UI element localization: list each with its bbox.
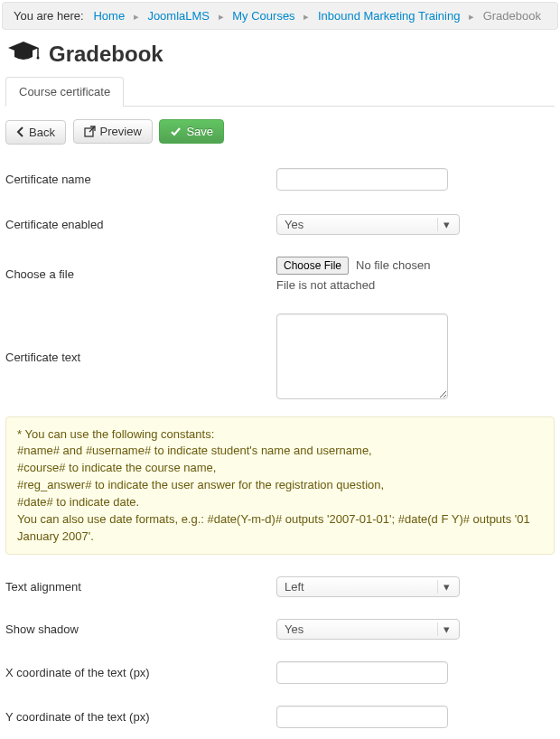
cert-name-input[interactable] [276,168,448,191]
cert-enabled-label: Certificate enabled [0,209,271,240]
breadcrumb-current: Gradebook [483,9,541,23]
toolbar: Back Preview Save [0,107,560,150]
breadcrumb-prefix: You are here: [14,9,84,23]
chevron-down-icon: ▾ [437,580,455,594]
svg-point-2 [37,57,40,60]
back-button-label: Back [29,126,55,139]
tabs: Course certificate [5,76,555,107]
chevron-down-icon: ▾ [437,622,455,636]
text-align-label: Text alignment [0,571,271,603]
back-button[interactable]: Back [5,120,66,145]
x-coord-label: X coordinate of the text (px) [0,656,271,689]
choose-file-label: Choose a file [0,251,271,297]
help-line: * You can use the following constants: [17,426,543,444]
breadcrumb-sep-icon: ▸ [213,11,229,22]
external-link-icon [84,126,96,137]
graduation-cap-icon [5,39,42,69]
help-box: * You can use the following constants: #… [5,416,555,556]
y-coord-input[interactable] [276,706,448,728]
breadcrumb: You are here: Home ▸ JoomlaLMS ▸ My Cour… [2,2,558,30]
breadcrumb-sep-icon: ▸ [463,11,480,22]
save-button-label: Save [186,125,213,138]
preview-button[interactable]: Preview [73,119,153,144]
show-shadow-label: Show shadow [0,613,271,645]
page-title: Gradebook [49,42,163,67]
breadcrumb-link-home[interactable]: Home [93,9,125,23]
text-align-value: Left [285,580,304,594]
choose-file-button[interactable]: Choose File [276,257,349,275]
cert-enabled-value: Yes [285,218,303,231]
breadcrumb-link-my-courses[interactable]: My Courses [232,9,294,23]
help-line: #date# to indicate date. [17,494,543,511]
chevron-left-icon [16,126,24,137]
help-line: #reg_answer# to indicate the user answer… [17,477,543,494]
breadcrumb-sep-icon: ▸ [128,11,145,22]
y-coord-label: Y coordinate of the text (px) [0,700,271,734]
help-line: You can also use date formats, e.g.: #da… [17,511,543,546]
form-table: Certificate name Certificate enabled Yes… [0,163,560,407]
tab-course-certificate[interactable]: Course certificate [5,77,124,107]
file-status: No file chosen [356,258,430,272]
form-table-lower: Text alignment Left ▾ Show shadow Yes ▾ … [0,571,560,739]
cert-text-textarea[interactable] [276,313,448,399]
text-align-select[interactable]: Left ▾ [276,576,460,597]
save-button[interactable]: Save [159,119,224,144]
x-coord-input[interactable] [276,661,448,684]
breadcrumb-link-joomlalms[interactable]: JoomlaLMS [147,9,210,23]
show-shadow-value: Yes [285,622,303,636]
cert-enabled-select[interactable]: Yes ▾ [276,214,460,235]
show-shadow-select[interactable]: Yes ▾ [276,619,460,640]
help-line: #name# and #username# to indicate studen… [17,443,543,460]
breadcrumb-link-course[interactable]: Inbound Marketing Training [318,9,461,23]
chevron-down-icon: ▾ [437,218,455,231]
breadcrumb-sep-icon: ▸ [298,11,314,22]
page-header: Gradebook [0,39,560,76]
file-note: File is not attached [276,278,555,292]
preview-button-label: Preview [100,125,142,138]
cert-name-label: Certificate name [0,163,271,196]
cert-text-label: Certificate text [0,308,271,407]
help-line: #course# to indicate the course name, [17,460,543,477]
check-icon [170,126,182,137]
